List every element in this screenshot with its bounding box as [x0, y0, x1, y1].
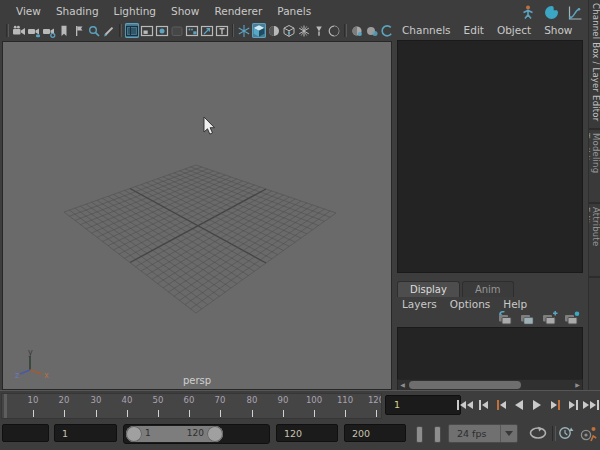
triangle-glyph — [551, 401, 557, 409]
motion-blur-icon[interactable] — [365, 23, 379, 38]
frame-bar-glyph — [597, 400, 599, 410]
menu-channels[interactable]: Channels — [402, 24, 451, 36]
character-set-icon[interactable] — [556, 424, 576, 442]
camera-attributes-icon[interactable] — [42, 23, 56, 38]
triangle-glyph — [467, 401, 473, 409]
gate-mask-icon[interactable] — [155, 23, 169, 38]
timeline-tick-label: 100 — [302, 395, 326, 405]
playback-range-slider[interactable]: 1 120 — [123, 424, 270, 444]
menu-lighting[interactable]: Lighting — [114, 5, 156, 17]
textured-mode-icon[interactable] — [267, 23, 281, 38]
scroll-right-icon[interactable]: ▶ — [573, 380, 582, 390]
playback-end-field[interactable]: 120 — [276, 424, 338, 442]
image-plane-icon[interactable] — [72, 23, 86, 38]
timeline-tick-label: 60 — [177, 395, 201, 405]
graph-editor-icon[interactable] — [567, 5, 583, 25]
wireframe-icon[interactable] — [237, 23, 251, 38]
go-to-end-button[interactable] — [582, 394, 600, 416]
timeline-tick-label: 80 — [240, 395, 264, 405]
go-to-start-button[interactable] — [456, 394, 474, 416]
current-frame-marker[interactable] — [4, 394, 7, 418]
range-start-handle[interactable] — [126, 426, 142, 442]
triangle-glyph — [515, 400, 523, 410]
channel-box-list[interactable] — [397, 40, 583, 273]
field-chart-icon[interactable] — [170, 23, 184, 38]
time-slider[interactable]: 102030405060708090100110120 — [1, 393, 382, 419]
step-forward-frame-button[interactable] — [564, 394, 582, 416]
shaded-mode-icon[interactable] — [252, 23, 266, 38]
lighting-icon[interactable] — [312, 23, 326, 38]
step-back-frame-button[interactable] — [474, 394, 492, 416]
menu-shading[interactable]: Shading — [56, 5, 99, 17]
menu-panels[interactable]: Panels — [277, 5, 311, 17]
step-forward-key-button[interactable] — [546, 394, 564, 416]
channel-box-panel: ChannelsEditObjectShow DisplayAnim Layer… — [392, 0, 588, 390]
frame-bar-glyph — [558, 400, 560, 410]
timeline-tick — [189, 410, 190, 417]
select-camera-icon[interactable] — [12, 23, 26, 38]
menu-options[interactable]: Options — [450, 298, 491, 310]
playback-range-bar[interactable]: 1 120 — [126, 426, 223, 442]
timeline-tick — [96, 410, 97, 417]
timeline-tick — [158, 410, 159, 417]
chevron-down-icon[interactable] — [500, 425, 517, 442]
fps-value: 24 fps — [457, 425, 486, 442]
viewport-menubar: ViewShadingLightingShowRendererPanels — [16, 3, 311, 19]
safe-title-icon[interactable] — [200, 23, 214, 38]
triangle-glyph — [500, 401, 506, 409]
resolution-gate-icon[interactable] — [140, 23, 154, 38]
play-backwards-button[interactable] — [510, 394, 528, 416]
timeline-tick — [376, 410, 377, 417]
screen-ao-icon[interactable] — [350, 23, 364, 38]
menu-edit[interactable]: Edit — [464, 24, 484, 36]
menu-view[interactable]: View — [16, 5, 41, 17]
current-frame-field[interactable]: 1 — [385, 395, 461, 415]
animation-start-field[interactable] — [2, 424, 49, 442]
step-back-key-button[interactable] — [492, 394, 510, 416]
sidebar-tab-modeling-toolkit[interactable]: Modeling Toolkit — [589, 130, 600, 204]
shadows-icon[interactable] — [327, 23, 341, 38]
bookmark-icon[interactable] — [57, 23, 71, 38]
sidebar-tab-attribute-editor[interactable]: Attribute Editor — [589, 204, 600, 278]
menu-renderer[interactable]: Renderer — [214, 5, 262, 17]
scrollbar-thumb[interactable] — [409, 381, 521, 389]
modeling-toolkit-icon[interactable] — [543, 4, 560, 25]
wireframe-on-shaded-icon[interactable] — [297, 23, 311, 38]
menu-object[interactable]: Object — [497, 24, 531, 36]
safe-action-icon[interactable] — [185, 23, 199, 38]
toolbar-separator — [6, 24, 9, 37]
sidebar-tab-channel-box-layer-editor[interactable]: Channel Box / Layer Editor — [589, 0, 600, 130]
auto-key-icon[interactable] — [579, 424, 599, 444]
perspective-viewport[interactable]: persp yxz — [2, 41, 392, 390]
tab-anim[interactable]: Anim — [462, 281, 514, 297]
height-adjust-handle[interactable] — [434, 426, 441, 443]
timeline-tick — [345, 410, 346, 417]
play-forward-button[interactable] — [528, 394, 546, 416]
viewport-toolbar — [2, 21, 394, 40]
playback-start-field[interactable]: 1 — [54, 424, 117, 442]
menu-show[interactable]: Show — [171, 5, 199, 17]
menu-layers[interactable]: Layers — [402, 298, 437, 310]
timeline-tick — [283, 410, 284, 417]
tab-display[interactable]: Display — [397, 281, 460, 297]
timeline-tick-label: 90 — [271, 395, 295, 405]
triangle-glyph — [569, 401, 575, 409]
film-gate-icon[interactable] — [125, 23, 139, 38]
frame-text-icon[interactable] — [215, 23, 229, 38]
menu-help[interactable]: Help — [503, 298, 527, 310]
timeline-tick — [64, 410, 65, 417]
frame-all-icon[interactable] — [102, 23, 116, 38]
humanik-icon[interactable] — [520, 4, 536, 25]
lock-camera-icon[interactable] — [27, 23, 41, 38]
playback-speed-handle[interactable] — [416, 426, 423, 443]
use-all-lights-icon[interactable] — [282, 23, 296, 38]
playback-loop-icon[interactable] — [527, 424, 549, 442]
menu-show[interactable]: Show — [544, 24, 572, 36]
layer-list[interactable] — [397, 327, 583, 380]
animation-end-field[interactable]: 200 — [344, 424, 406, 442]
frame-selected-icon[interactable] — [87, 23, 101, 38]
channel-box-menubar: ChannelsEditObjectShow — [402, 24, 572, 36]
range-end-handle[interactable] — [207, 426, 223, 442]
scroll-left-icon[interactable]: ◀ — [398, 380, 407, 390]
fps-dropdown[interactable]: 24 fps — [448, 424, 518, 443]
